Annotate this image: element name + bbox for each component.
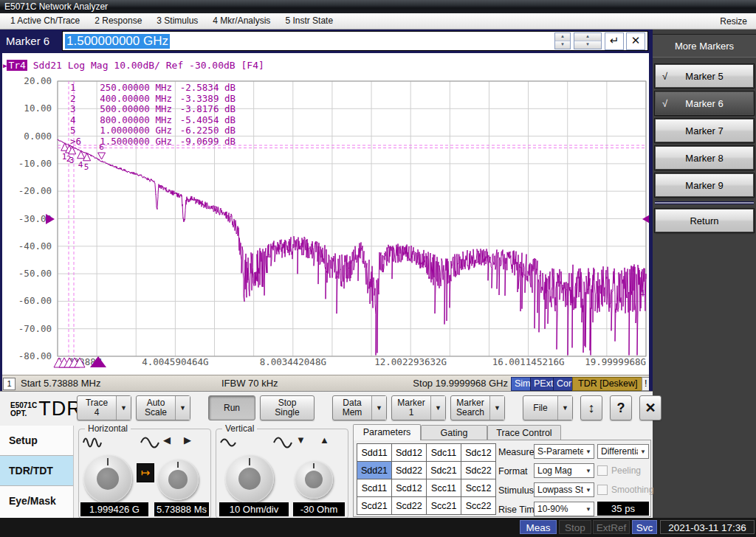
enter-button[interactable]: ↵	[605, 32, 624, 50]
menu-item-5-instr-state[interactable]: 5 Instr State	[278, 13, 340, 29]
sparam-cell-scc22[interactable]: Scc22	[461, 497, 495, 514]
menu-resize[interactable]: Resize	[714, 16, 753, 27]
marker-skip-button[interactable]: ↦	[137, 463, 154, 482]
sparam-cell-sdc12[interactable]: Sdc12	[461, 444, 495, 461]
close-entry-button[interactable]: ✕	[626, 32, 645, 50]
tab-setup[interactable]: Setup	[0, 426, 73, 456]
dropdown-arrow-icon[interactable]: ▼	[175, 396, 190, 420]
toolbar-button-marker-1[interactable]: Marker 1▼	[391, 395, 446, 420]
sparam-cell-scd12[interactable]: Scd12	[392, 479, 426, 496]
dropdown-arrow-icon[interactable]: ▼	[489, 396, 504, 420]
s-parameter-matrix: Sdd11Sdd12Sdc11Sdc12Sdd21Sdd22Sdc21Sdc22…	[357, 443, 496, 515]
vertical-group: Vertical ▼ ▲ 10 Ohm/div -30 Ohm	[216, 429, 348, 519]
system-status-stop[interactable]: Stop	[559, 520, 591, 534]
parameters-panel: Sdd11Sdd12Sdc11Sdc12Sdd21Sdd22Sdc21Sdc22…	[353, 440, 651, 517]
toolbar-button-run[interactable]: Run	[208, 395, 255, 420]
sparam-cell-scc12[interactable]: Scc12	[461, 479, 495, 496]
softkey-marker-5[interactable]: √Marker 5	[655, 64, 754, 88]
marker-frequency: 1.5000000 GHz	[85, 136, 172, 148]
peeling-checkbox[interactable]: Peeling	[597, 465, 641, 476]
softkey-marker-7[interactable]: Marker 7	[655, 119, 754, 142]
step-down-icon[interactable]: ▼	[555, 41, 570, 49]
active-marker-triangle-icon[interactable]	[98, 153, 106, 159]
marker-frequency-input[interactable]: 1.500000000 GHz	[63, 34, 554, 49]
logo-model: E5071C	[10, 401, 37, 409]
sparam-cell-sdd21[interactable]: Sdd21	[357, 462, 391, 479]
softkey-marker-8[interactable]: Marker 8	[655, 146, 754, 170]
sparam-cell-sdc22[interactable]: Sdc22	[461, 462, 495, 479]
status-badge-tdr-deskew: TDR [Deskew]	[572, 377, 644, 391]
fine-stepper[interactable]: ▲ ▼	[554, 32, 571, 49]
trace-name-chip[interactable]: Tr4	[7, 60, 27, 71]
dropdown-arrow-icon[interactable]: ▼	[557, 396, 572, 420]
dropdown-arrow-icon[interactable]: ▼	[116, 396, 131, 420]
smoothing-checkbox[interactable]: Smoothing	[597, 485, 653, 495]
small-wave-icon	[219, 437, 238, 448]
tab-tdr-tdt[interactable]: TDR/TDT	[0, 456, 73, 486]
toolbar-button-close[interactable]: ✕	[639, 395, 662, 420]
softkey-marker-9[interactable]: Marker 9	[655, 173, 754, 197]
horizontal-position-knob[interactable]	[157, 459, 199, 500]
toolbar-button-marker-search[interactable]: Marker Search▼	[450, 395, 505, 420]
measure-dropdown[interactable]: S-Paramete ▼	[534, 444, 594, 459]
system-status-meas[interactable]: Meas	[520, 520, 557, 534]
rise-time-dropdown[interactable]: 10-90% ▼	[534, 502, 594, 516]
tdr-nav-tabs: SetupTDR/TDTEye/Mask	[0, 426, 74, 519]
checkbox-icon	[597, 465, 608, 476]
tab-parameters[interactable]: Parameters	[353, 424, 421, 440]
sparam-cell-sdd12[interactable]: Sdd12	[392, 444, 426, 461]
sparam-cell-sdc21[interactable]: Sdc21	[427, 462, 461, 479]
logo-opt: OPT.	[10, 409, 37, 418]
toolbar-button-auto-scale[interactable]: Auto Scale▼	[136, 395, 190, 420]
menu-item-4-mkr-analysis[interactable]: 4 Mkr/Analysis	[205, 13, 278, 29]
softkey-return[interactable]: Return	[655, 209, 754, 232]
toolbar-button-stop-single[interactable]: Stop Single	[260, 395, 315, 420]
y-axis-tick-label: 0.000	[24, 131, 52, 142]
format-dropdown[interactable]: Log Mag ▼	[534, 463, 594, 478]
coarse-stepper[interactable]: ▲ ▼	[574, 32, 602, 49]
toolbar-button-updown-arrows[interactable]: ↕	[580, 395, 602, 420]
tab-trace-control[interactable]: Trace Control	[487, 425, 561, 440]
horizontal-scale-knob[interactable]	[83, 454, 132, 503]
horizontal-group: Horizontal ◀ ▶ ↦ 1.999426 G 5.73888 Ms	[78, 429, 211, 519]
checkmark-icon: √	[662, 98, 667, 109]
tab-eye-mask[interactable]: Eye/Mask	[0, 486, 73, 516]
system-status-svc[interactable]: Svc	[632, 520, 657, 534]
system-status-extref[interactable]: ExtRef	[593, 520, 630, 534]
tdr-app-logo: E5071C OPT. TDR	[10, 398, 82, 420]
wave-icon	[272, 434, 293, 451]
sparam-cell-sdd11[interactable]: Sdd11	[357, 444, 391, 461]
marker-value: -9.0699 dB	[172, 136, 236, 148]
y-axis-tick-label: -60.00	[18, 295, 52, 306]
sparam-cell-scd22[interactable]: Scd22	[392, 497, 426, 514]
step-down-icon[interactable]: ▼	[574, 41, 601, 49]
topology-dropdown[interactable]: Differentia ▼	[597, 444, 649, 459]
sparam-cell-sdc11[interactable]: Sdc11	[427, 444, 461, 461]
toolbar-button-trace-4[interactable]: Trace 4▼	[77, 395, 131, 420]
menu-item-3-stimulus[interactable]: 3 Stimulus	[149, 13, 205, 29]
step-up-icon[interactable]: ▲	[574, 33, 601, 41]
sparam-cell-scd11[interactable]: Scd11	[357, 479, 391, 496]
toolbar-button-data-mem[interactable]: Data Mem▼	[332, 395, 387, 420]
tab-gating[interactable]: Gating	[421, 425, 487, 440]
format-value: Log Mag	[535, 465, 583, 476]
vertical-scale-knob[interactable]	[225, 454, 274, 503]
toolbar-button-help[interactable]: ?	[610, 395, 632, 420]
y-axis-tick-label: -80.00	[18, 350, 52, 361]
sparam-cell-scc21[interactable]: Scc21	[427, 497, 461, 514]
toolbar-button-file[interactable]: File▼	[523, 395, 573, 420]
measure-value: S-Paramete	[535, 446, 583, 457]
dropdown-arrow-icon[interactable]: ▼	[430, 396, 445, 420]
menu-item-1-active-ch-trace[interactable]: 1 Active Ch/Trace	[3, 13, 87, 29]
softkey-sidebar: More Markers √Marker 5√Marker 6Marker 7M…	[653, 30, 756, 518]
sparam-cell-scc11[interactable]: Scc11	[427, 479, 461, 496]
horizontal-group-title: Horizontal	[85, 423, 131, 434]
stimulus-dropdown[interactable]: Lowpass St ▼	[534, 482, 594, 497]
vertical-position-knob[interactable]	[295, 460, 333, 499]
menu-item-2-response[interactable]: 2 Response	[87, 13, 149, 29]
dropdown-arrow-icon[interactable]: ▼	[371, 396, 386, 420]
softkey-marker-6[interactable]: √Marker 6	[655, 91, 754, 115]
step-up-icon[interactable]: ▲	[555, 33, 570, 41]
sparam-cell-sdd22[interactable]: Sdd22	[392, 462, 426, 479]
sparam-cell-scd21[interactable]: Scd21	[357, 497, 391, 514]
